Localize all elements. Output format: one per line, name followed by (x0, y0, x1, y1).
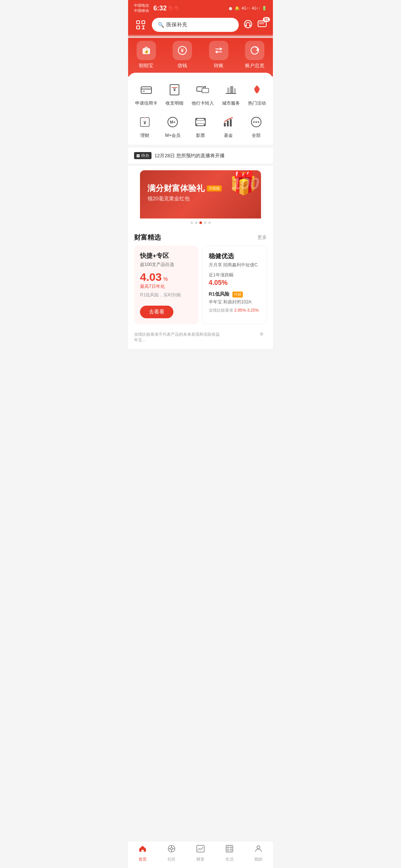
svg-rect-26 (230, 86, 233, 93)
svg-rect-25 (227, 88, 229, 93)
svg-rect-19 (143, 91, 145, 92)
service-apply-card[interactable]: 申请信用卡 (135, 82, 157, 106)
dot-3[interactable] (199, 221, 202, 224)
search-text: 医保补充 (166, 22, 187, 28)
product-rate-left: 4.03 % (140, 271, 193, 283)
product-sub-left: 超100支产品任选 (140, 262, 193, 268)
card-transfer-label: 他行卡转入 (192, 100, 214, 106)
svg-rect-39 (204, 124, 205, 126)
service-mplus[interactable]: M+ M+会员 (164, 114, 181, 139)
jieqian-label: 借钱 (177, 62, 187, 69)
product-risk-left: R1低风险，实时到账 (140, 292, 193, 298)
all-label: 全部 (252, 132, 261, 139)
wealth-title: 财富精选 (134, 233, 161, 242)
service-licai[interactable]: ¥ ! 理财 (137, 114, 153, 139)
mplus-label: M+会员 (165, 132, 180, 139)
zhuanzhang-label: 转账 (214, 62, 224, 69)
movie-label: 影票 (196, 132, 205, 139)
alarm-icon: ⏰ (228, 6, 233, 11)
svg-rect-38 (196, 124, 197, 126)
carrier-info: 中国电信 中国移动 (134, 3, 149, 13)
header-icons: 91 (243, 19, 267, 30)
go-button[interactable]: 去看看 (140, 306, 173, 318)
app-header: 🔍 医保补充 (128, 15, 273, 38)
hot-icon (249, 82, 265, 98)
quick-menu: 💰 朝朝宝 ¥ 借钱 转账 (128, 38, 273, 76)
services-row2: ¥ ! 理财 M+ M+会员 (128, 112, 273, 148)
dot-1[interactable] (190, 221, 193, 224)
apply-card-label: 申请信用卡 (135, 100, 157, 106)
service-all[interactable]: 全部 (248, 114, 264, 139)
product-rate-desc: 最高7日年化 (140, 283, 193, 290)
carousel[interactable]: 满分财富体验礼 升级版 领20毫克黄金红包 🎁 100 (140, 170, 261, 226)
time-display: 6:32 (153, 4, 167, 12)
dot-2[interactable] (195, 221, 198, 224)
product-name-left: 快捷+专区 (140, 251, 193, 260)
movie-icon (192, 114, 209, 130)
service-hot[interactable]: 热门活动 (248, 82, 266, 106)
svg-rect-1 (142, 21, 145, 24)
quick-item-zhuanzhang[interactable]: 转账 (209, 41, 228, 69)
service-city[interactable]: 城市服务 (222, 82, 240, 106)
more-link[interactable]: 更多 (257, 234, 267, 241)
city-icon (223, 82, 239, 98)
apply-card-icon (138, 82, 154, 98)
search-icon: 🔍 (158, 22, 164, 28)
search-bar[interactable]: 🔍 医保补充 (152, 18, 239, 32)
carousel-dots (140, 218, 261, 226)
svg-text:¥: ¥ (181, 47, 184, 53)
fund-icon (220, 114, 237, 130)
status-icons: ⏰ 🔔 4G↑↑ 4G↑↑ 🔋 (228, 6, 267, 11)
wealth-section-header: 财富精选 更多 (128, 227, 273, 246)
risk-badge-row: R1低风险 代销 (209, 290, 261, 297)
services-row1: 申请信用卡 ¥ 收支明细 (128, 79, 273, 112)
svg-rect-27 (234, 88, 236, 93)
licai-icon: ¥ ! (137, 114, 153, 130)
product-sub-right: 月月享 招商鑫利中短债C (209, 262, 261, 268)
svg-rect-43 (227, 121, 229, 126)
svg-rect-49 (137, 154, 140, 157)
svg-rect-8 (249, 24, 251, 26)
quick-item-jieqian[interactable]: ¥ 借钱 (173, 41, 192, 69)
svg-rect-2 (137, 26, 140, 29)
signal-4g-1: 4G↑↑ (241, 6, 250, 10)
scan-button[interactable] (134, 18, 147, 32)
dot-5[interactable] (208, 221, 211, 224)
carousel-tag: 升级版 (207, 185, 222, 191)
svg-point-46 (253, 121, 255, 123)
headset-button[interactable] (243, 19, 253, 30)
todo-tag: 待办 (134, 152, 151, 159)
dot-4[interactable] (204, 221, 206, 224)
todo-text: 12月28日 您所预约的直播将开播 (154, 152, 225, 159)
zaozaobao-icon: 💰 (137, 41, 156, 60)
city-label: 城市服务 (222, 100, 240, 106)
service-fund[interactable]: 基金 (220, 114, 237, 139)
carousel-desc: 领20毫克黄金红包 (147, 195, 254, 202)
carousel-slide: 满分财富体验礼 升级版 领20毫克黄金红包 🎁 100 (140, 170, 261, 218)
product-card-right[interactable]: 稳健优选 月月享 招商鑫利中短债C 近1年涨跌幅 4.05% R1低风险 代销 … (202, 246, 267, 324)
svg-point-47 (255, 121, 257, 123)
fund-label: 基金 (224, 132, 233, 139)
message-button[interactable]: 91 (257, 19, 267, 30)
todo-banner[interactable]: 待办 12月28日 您所预约的直播将开播 (128, 148, 273, 166)
svg-rect-37 (204, 118, 205, 120)
benchmark-row: 业绩比较基准 2.85%-3.25% (209, 308, 261, 313)
svg-text:M+: M+ (170, 120, 176, 124)
service-card-transfer[interactable]: 他行卡转入 (192, 82, 214, 106)
licai-label: 理财 (140, 132, 149, 139)
message-badge: 91 (263, 17, 270, 22)
quick-item-zaozaobao[interactable]: 💰 朝朝宝 (137, 41, 156, 69)
rate-label-right: 近1年涨跌幅 (209, 272, 261, 278)
svg-rect-17 (141, 87, 151, 93)
svg-rect-44 (230, 119, 232, 126)
hot-label: 热门活动 (248, 100, 266, 106)
service-movie[interactable]: 影票 (192, 114, 209, 139)
service-flow-detail[interactable]: ¥ 收支明细 (166, 82, 183, 106)
svg-point-48 (258, 121, 259, 123)
carousel-title: 满分财富体验礼 (147, 183, 205, 194)
product-card-left[interactable]: 快捷+专区 超100支产品任选 4.03 % 最高7日年化 R1低风险，实时到账… (134, 246, 199, 324)
svg-rect-24 (202, 88, 209, 93)
card-transfer-icon (195, 82, 211, 98)
disclaimer: 业绩比较基准不代表产品的未来表现和实际收益 半年宝... (128, 329, 273, 343)
quick-item-zonglan[interactable]: 账户总览 (245, 41, 264, 69)
